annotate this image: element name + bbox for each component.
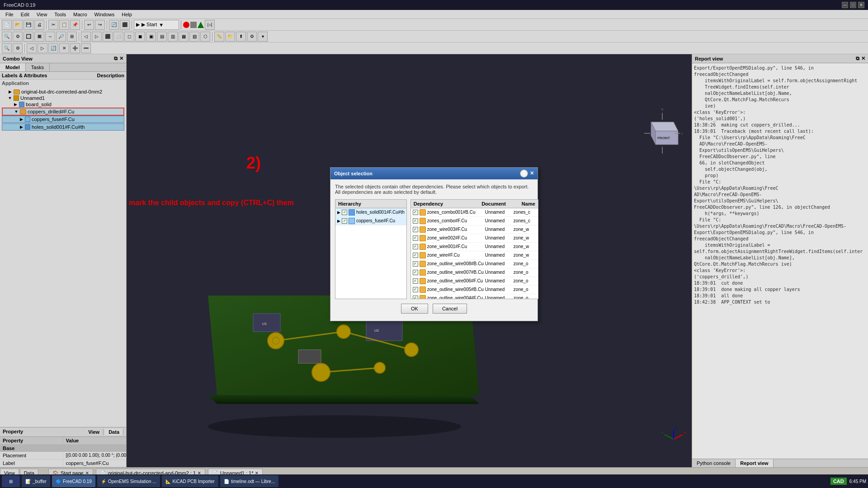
dep-row-3[interactable]: ✓ zone_wire003#F.Cu Unnamed zone_w: [411, 225, 538, 234]
hierarchy-item-1-label: holes_solid001#F.Cu#th: [356, 210, 405, 215]
dep-name-3: zone_w: [514, 227, 536, 232]
dep-name-5: zone_w: [514, 244, 536, 249]
dep-row-6[interactable]: ✓ zone_wire#F.Cu Unnamed zone_w: [411, 251, 538, 260]
cancel-button[interactable]: Cancel: [433, 304, 467, 314]
hierarchy-col: Hierarchy ▶ ✓ holes_solid001#F.Cu#th ▶: [335, 199, 407, 299]
buffer-icon: 📝: [25, 479, 31, 484]
taskbar-right: CAD 6:45 PM: [830, 478, 866, 485]
dep-cb-5[interactable]: ✓: [413, 244, 418, 249]
dep-name-9: zone_o: [514, 278, 536, 283]
dependency-label: Dependency: [414, 201, 443, 206]
checkbox-1[interactable]: ✓: [342, 210, 347, 215]
mesh-icon-dialog-2: [349, 218, 355, 224]
dep-row-7[interactable]: ✓ zone_outline_wire008#B.Cu Unnamed zone…: [411, 260, 538, 268]
checkbox-2[interactable]: ✓: [342, 218, 347, 224]
dep-icon-6: [420, 252, 426, 258]
hierarchy-item-2-label: coppers_fuse#F.Cu: [356, 218, 395, 223]
dep-doc-2: Unnamed: [485, 218, 512, 223]
dependency-list: ✓ zones_combo001#B.Cu Unnamed zones_c ✓ …: [411, 208, 538, 299]
dialog-buttons: OK Cancel: [335, 299, 533, 316]
dep-doc-4: Unnamed: [485, 235, 512, 240]
dep-cb-4[interactable]: ✓: [413, 235, 418, 241]
dep-name-1: zones_c: [514, 210, 536, 215]
hierarchy-row-2[interactable]: ▶ ✓ coppers_fuse#F.Cu: [335, 217, 406, 225]
dep-row-10[interactable]: ✓ zone_outline_wire005#B.Cu Unnamed zone…: [411, 286, 538, 294]
dep-row-2[interactable]: ✓ zones_combo#F.Cu Unnamed zones_c: [411, 217, 538, 225]
dialog-body: The selected objects contain other depen…: [330, 179, 538, 321]
dep-icon-9: [420, 278, 426, 284]
taskbar-time: 6:45 PM: [849, 479, 866, 484]
dialog-title-text: Object selection: [334, 171, 373, 176]
dep-label-10: zone_outline_wire005#B.Cu: [427, 287, 484, 292]
dep-label-11: zone_outline_wire004#F.Cu: [427, 296, 484, 299]
dependency-col-header: Dependency Document Name: [411, 200, 538, 208]
dep-cb-7[interactable]: ✓: [413, 261, 418, 267]
dep-name-11: zone_o: [514, 296, 536, 299]
dep-label-8: zone_outline_wire007#B.Cu: [427, 270, 484, 275]
taskbar-libreoffice[interactable]: 📄 timeline.odt — Libre...: [220, 475, 278, 487]
taskbar: ⊞ 📝 _buffer 🔷 FreeCAD 0.19 ⚡ OpenEMS Sim…: [0, 474, 868, 488]
taskbar-cad-badge: CAD: [830, 478, 847, 485]
dep-cb-10[interactable]: ✓: [413, 287, 418, 292]
hierarchy-row-1[interactable]: ▶ ✓ holes_solid001#F.Cu#th: [335, 208, 406, 217]
dep-doc-7: Unnamed: [485, 261, 512, 266]
dep-icon-10: [420, 286, 426, 293]
dep-label-5: zone_wire001#F.Cu: [427, 244, 484, 249]
dialog-title-controls: ? ✕: [520, 169, 534, 178]
dep-cb-8[interactable]: ✓: [413, 270, 418, 275]
dep-cb-1[interactable]: ✓: [413, 210, 418, 215]
dep-cb-2[interactable]: ✓: [413, 218, 418, 224]
dependency-col: Dependency Document Name ✓ zones_combo00…: [410, 199, 538, 299]
dep-name-2: zones_c: [514, 218, 536, 223]
dep-cb-9[interactable]: ✓: [413, 278, 418, 284]
dep-row-8[interactable]: ✓ zone_outline_wire007#B.Cu Unnamed zone…: [411, 268, 538, 277]
dep-doc-6: Unnamed: [485, 253, 512, 258]
document-label: Document: [481, 201, 506, 206]
taskbar-kicad[interactable]: 📐 KiCAD PCB Importer: [162, 475, 218, 487]
dialog-title-bar: Object selection ? ✕: [330, 168, 538, 179]
taskbar-buffer[interactable]: 📝 _buffer: [22, 475, 50, 487]
dialog-two-cols: Hierarchy ▶ ✓ holes_solid001#F.Cu#th ▶: [335, 199, 533, 299]
dep-label-2: zones_combo#F.Cu: [427, 218, 484, 223]
dep-doc-5: Unnamed: [485, 244, 512, 249]
dialog-overlay: Object selection ? ✕ The selected object…: [0, 0, 868, 488]
object-selection-dialog: Object selection ? ✕ The selected object…: [330, 167, 538, 321]
dialog-help-btn[interactable]: ?: [520, 169, 528, 178]
dialog-close-icon[interactable]: ✕: [530, 170, 534, 176]
dep-name-4: zone_w: [514, 235, 536, 240]
dep-row-1[interactable]: ✓ zones_combo001#B.Cu Unnamed zones_c: [411, 208, 538, 217]
freecad-icon: 🔷: [56, 479, 61, 484]
kicad-icon: 📐: [165, 479, 171, 484]
dep-cb-3[interactable]: ✓: [413, 227, 418, 232]
dep-name-6: zone_w: [514, 253, 536, 258]
libreoffice-icon: 📄: [224, 479, 229, 484]
solid-icon-dialog-1: [349, 209, 355, 216]
dep-name-7: zone_o: [514, 261, 536, 266]
dep-icon-5: [420, 244, 426, 250]
dep-doc-11: Unnamed: [485, 296, 512, 299]
dep-icon-4: [420, 235, 426, 241]
dep-name-10: zone_o: [514, 287, 536, 292]
taskbar-openems[interactable]: ⚡ OpenEMS Simulation ...: [97, 475, 160, 487]
dep-label-6: zone_wire#F.Cu: [427, 253, 484, 258]
buffer-label: _buffer: [33, 479, 47, 484]
dep-label-4: zone_wire002#F.Cu: [427, 235, 484, 240]
start-button[interactable]: ⊞: [2, 475, 20, 487]
taskbar-freecad[interactable]: 🔷 FreeCAD 0.19: [52, 475, 95, 487]
ok-button[interactable]: OK: [401, 304, 428, 314]
dep-row-4[interactable]: ✓ zone_wire002#F.Cu Unnamed zone_w: [411, 234, 538, 243]
dep-cb-6[interactable]: ✓: [413, 253, 418, 258]
expand-arrow-2: ▶: [337, 219, 340, 223]
dep-icon-11: [420, 295, 426, 299]
dep-icon-1: [420, 209, 426, 216]
hierarchy-label: Hierarchy: [338, 201, 361, 206]
dep-row-11[interactable]: ✓ zone_outline_wire004#F.Cu Unnamed zone…: [411, 294, 538, 299]
dep-doc-3: Unnamed: [485, 227, 512, 232]
dep-row-5[interactable]: ✓ zone_wire001#F.Cu Unnamed zone_w: [411, 243, 538, 251]
dep-doc-1: Unnamed: [485, 210, 512, 215]
name-label: Name: [522, 201, 535, 206]
dep-cb-11[interactable]: ✓: [413, 296, 418, 299]
kicad-label: KiCAD PCB Importer: [173, 479, 215, 484]
dep-row-9[interactable]: ✓ zone_outline_wire006#F.Cu Unnamed zone…: [411, 277, 538, 286]
dep-icon-2: [420, 218, 426, 224]
